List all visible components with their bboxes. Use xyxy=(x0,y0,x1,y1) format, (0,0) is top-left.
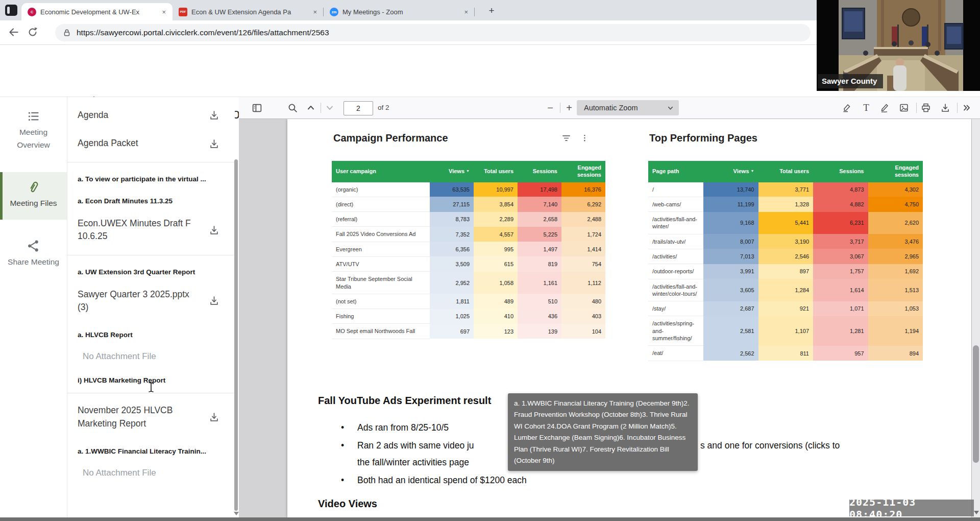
bullet-text-continuation: s and one for conversions (clicks to xyxy=(700,437,840,454)
value-cell: 3,991 xyxy=(703,264,758,279)
table-row: /trails/atv-utv/8,0073,1903,7173,476 xyxy=(648,234,923,249)
browser-tab[interactable]: PDFEcon & UW Extension Agenda Pa× xyxy=(173,3,324,20)
campaign-performance-table: User campaignViews▼Total usersSessionsEn… xyxy=(332,161,605,339)
tab-close-icon[interactable]: × xyxy=(159,7,168,17)
download-file-icon[interactable] xyxy=(209,412,219,422)
reload-icon[interactable] xyxy=(27,26,39,38)
value-cell: 104 xyxy=(561,324,605,339)
file-list-item[interactable]: Agenda Packet xyxy=(78,129,219,157)
value-cell: 27,115 xyxy=(430,197,474,211)
new-tab-button[interactable]: + xyxy=(485,4,498,17)
download-file-icon[interactable] xyxy=(209,225,219,235)
value-cell: 403 xyxy=(561,309,605,324)
zoom-select[interactable]: Automatic Zoom xyxy=(577,100,679,115)
sidebar-item-label: Meeting Overview xyxy=(3,126,64,152)
browser-tab[interactable]: zmMy Meetings - Zoom× xyxy=(324,3,475,20)
file-list-item[interactable]: November 2025 HLVCB Marketing Report xyxy=(78,396,219,438)
download-icon[interactable] xyxy=(938,97,953,119)
zoom-favicon: zm xyxy=(330,8,338,16)
file-list-item[interactable]: Agenda xyxy=(78,101,219,129)
browser-tab[interactable]: CEconomic Development & UW-Ex× xyxy=(21,3,173,20)
zoom-video-overlay[interactable]: Sawyer County xyxy=(817,0,980,91)
screen-bottom-edge xyxy=(0,517,980,521)
pdf-page: Campaign Performance ⋮ User campaignView… xyxy=(287,119,971,517)
file-list-item[interactable]: Econ.UWEX Minutes Draft F 10.6.25 xyxy=(78,209,219,251)
row-label-cell: /stay/ xyxy=(648,301,703,316)
value-cell: 3,190 xyxy=(758,234,814,249)
value-cell: 6,231 xyxy=(813,212,868,234)
bullet-marker: • xyxy=(341,419,344,436)
row-label-cell: /eat/ xyxy=(648,346,703,361)
print-icon[interactable] xyxy=(918,97,934,119)
next-page-icon[interactable] xyxy=(322,97,337,119)
sidebar-item-share-meeting[interactable]: Share Meeting xyxy=(0,231,67,279)
value-cell: 4,750 xyxy=(868,197,923,211)
value-cell: 1,757 xyxy=(813,264,868,279)
download-file-icon[interactable] xyxy=(209,295,219,306)
filter-icon xyxy=(562,134,571,142)
tab-close-icon[interactable]: × xyxy=(310,7,320,17)
toggle-sidebar-icon[interactable] xyxy=(248,97,265,119)
table-row: MO Sept email Northwoods Fall69712313910… xyxy=(332,324,605,339)
value-cell: 1,513 xyxy=(868,279,923,301)
chevron-down-icon xyxy=(667,105,674,111)
value-cell: 1,053 xyxy=(868,301,923,316)
value-cell: 2,581 xyxy=(703,316,758,346)
image-tool-icon[interactable] xyxy=(896,97,912,119)
value-cell: 5,441 xyxy=(758,212,814,234)
value-cell: 3,605 xyxy=(703,279,758,301)
scroll-down-icon[interactable] xyxy=(234,512,239,515)
value-cell: 17,498 xyxy=(518,182,561,197)
browser-back-icon[interactable] xyxy=(7,26,20,39)
value-cell: 2,488 xyxy=(561,212,605,227)
table-row: Fishing1,025410436403 xyxy=(332,309,605,324)
column-header: Engaged sessions xyxy=(561,161,605,182)
browser-window-icon[interactable] xyxy=(5,5,17,16)
previous-page-icon[interactable] xyxy=(303,97,318,119)
table-row: /eat/2,562811957894 xyxy=(648,346,923,361)
value-cell: 1,328 xyxy=(758,197,814,211)
table-header-row: Page pathViews▼Total usersSessionsEngage… xyxy=(648,161,923,182)
sidebar-item-meeting-files[interactable]: Meeting Files xyxy=(0,172,67,220)
divider xyxy=(67,393,235,393)
value-cell: 3,509 xyxy=(430,256,474,271)
value-cell: 6,292 xyxy=(561,197,605,211)
search-icon[interactable] xyxy=(284,97,301,119)
pdf-canvas[interactable]: Campaign Performance ⋮ User campaignView… xyxy=(239,119,972,517)
civicclerk-favicon: C xyxy=(28,8,36,16)
tab-close-icon[interactable]: × xyxy=(461,7,471,17)
zoom-in-icon[interactable]: + xyxy=(561,97,577,119)
zoom-out-icon[interactable]: − xyxy=(543,97,558,119)
row-label-cell: /activities/ xyxy=(648,249,703,264)
page-number-input[interactable] xyxy=(344,101,373,115)
campaign-performance-title: Campaign Performance xyxy=(333,132,448,144)
row-label-cell: MO Sept email Northwoods Fall xyxy=(332,324,430,339)
text-tool-icon[interactable]: T xyxy=(859,97,874,119)
paperclip-icon xyxy=(27,180,40,194)
file-section-label: a. 1.WWBIC Financial Literacy Trainin... xyxy=(78,438,219,460)
bullet-text: Ads ran from 8/25-10/5 xyxy=(357,419,449,436)
scroll-down-icon[interactable] xyxy=(974,511,979,514)
address-bar[interactable]: https://sawyercowi.portal.civicclerk.com… xyxy=(55,24,811,41)
file-list-scrollbar[interactable] xyxy=(234,159,238,511)
sidebar-item-meeting-overview[interactable]: Meeting Overview xyxy=(0,101,67,162)
value-cell: 1,281 xyxy=(813,316,868,346)
highlight-tool-icon[interactable] xyxy=(839,97,854,119)
no-attachment-label: No Attachment File xyxy=(78,460,219,483)
value-cell: 1,497 xyxy=(518,242,561,256)
zoom-select-value: Automatic Zoom xyxy=(584,104,638,112)
download-file-icon[interactable] xyxy=(209,110,219,121)
value-cell: 897 xyxy=(758,264,814,279)
pdf-scrollbar-thumb[interactable] xyxy=(973,345,979,463)
doc-section-heading: Fall YouTube Ads Experiment result xyxy=(318,395,491,407)
more-tools-icon[interactable] xyxy=(959,97,974,119)
download-file-icon[interactable] xyxy=(209,138,219,149)
file-list-item[interactable]: Sawyer Quarter 3 2025.pptx (3) xyxy=(78,280,219,322)
value-cell: 4,302 xyxy=(868,182,923,197)
pdf-toolbar: of 2 − + Automatic Zoom T xyxy=(239,97,980,119)
draw-tool-icon[interactable] xyxy=(877,97,892,119)
file-label: Econ.UWEX Minutes Draft F 10.6.25 xyxy=(78,217,194,243)
table-menu-icons: ⋮ xyxy=(562,133,589,143)
table-row: Evergreen6,3569951,4971,414 xyxy=(332,242,605,256)
table-row: /stay/2,6879211,0711,053 xyxy=(648,301,923,316)
